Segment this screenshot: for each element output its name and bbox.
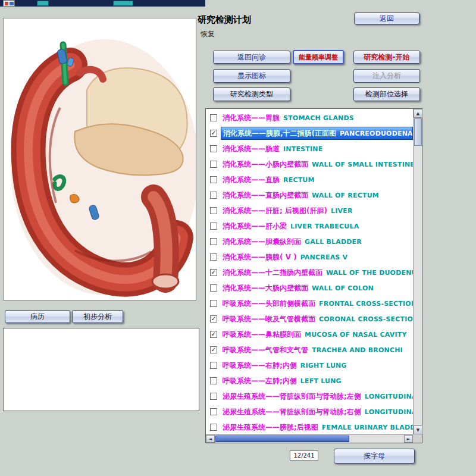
app-screen: 研究检测计划 恢复 返回 返回问诊 能量频率调整 研究检测-开始 显示图标 注入… <box>0 0 476 476</box>
list-item-label: 消化系统——肝脏; 后视图(肝胆)LIVER <box>221 204 413 217</box>
list-item[interactable]: 呼吸系统——右肺;内侧RIGHT LUNG <box>206 358 413 373</box>
back-button[interactable]: 返回 <box>354 12 419 24</box>
list-item-checkbox[interactable] <box>210 223 217 230</box>
list-item-checkbox[interactable] <box>210 284 217 292</box>
list-item-label: 泌尿生殖系统——膀胱;后视图FEMALE URINARY BLADDER; re… <box>221 421 413 434</box>
list-item-english-text: LEFT LUNG <box>300 377 342 385</box>
list-item[interactable]: 呼吸系统——左肺;内侧LEFT LUNG <box>206 373 413 389</box>
list-item-chinese-text: 消化系统——大肠内壁截面 <box>223 283 308 293</box>
vertical-scroll-thumb[interactable] <box>414 118 422 146</box>
list-item-english-text: PANCREODUODENAL ZONE; front v <box>340 130 413 137</box>
list-item-checkbox[interactable] <box>210 408 217 415</box>
list-item-checkbox[interactable]: ✓ <box>210 130 217 137</box>
list-item-chinese-text: 消化系统——胰腺( V ) <box>223 252 297 262</box>
list-item-label: 消化系统——胆囊纵剖面GALL BLADDER <box>221 235 413 248</box>
list-item-english-text: PANCREAS V <box>300 253 348 261</box>
list-item[interactable]: 消化系统——肝小梁LIVER TRABECULA <box>206 218 413 234</box>
list-item[interactable]: ✓消化系统——十二指肠内壁截面WALL OF THE DUODENUM <box>206 265 413 280</box>
scroll-down-icon[interactable]: ▼ <box>414 425 422 434</box>
list-item-checkbox[interactable] <box>210 238 217 245</box>
list-item-english-text: STOMACH GLANDS <box>283 114 354 122</box>
list-item-label: 消化系统——肠道INTESTINE <box>221 142 413 155</box>
back-inquiry-button[interactable]: 返回问诊 <box>213 51 290 64</box>
list-item[interactable]: 消化系统——胰腺( V )PANCREAS V <box>206 249 413 265</box>
page-title: 研究检测计划 <box>198 14 251 26</box>
scroll-up-icon[interactable]: ▲ <box>414 109 422 118</box>
list-item-checkbox[interactable] <box>210 207 217 214</box>
list-item[interactable]: 消化系统——大肠内壁截面WALL OF COLON <box>206 280 413 296</box>
research-type-button[interactable]: 研究检测类型 <box>213 87 290 101</box>
list-item-checkbox[interactable] <box>210 161 217 168</box>
list-item-label: 消化系统——胰腺,十二指肠(正面图PANCREODUODENAL ZONE; f… <box>221 127 413 140</box>
alphabet-button[interactable]: 按字母 <box>334 449 415 464</box>
list-item-checkbox[interactable]: ✓ <box>210 315 217 322</box>
list-item-english-text: MUCOSA OF NASAL CAVITY <box>305 331 407 339</box>
list-item[interactable]: 消化系统——直肠内壁截面WALL OF RECTUM <box>206 187 413 203</box>
list-item-chinese-text: 消化系统——肝小梁 <box>223 221 287 231</box>
list-item-chinese-text: 消化系统——直肠 <box>223 175 280 185</box>
toolbar-teal-icon <box>37 1 49 6</box>
anatomy-image-panel <box>3 18 196 300</box>
list-item-english-text: LONGITUDINAL SECTION O <box>365 408 413 416</box>
vertical-scrollbar[interactable]: ▲ ▼ <box>413 109 422 434</box>
list-item[interactable]: ✓呼吸系统——喉及气管横截面CORONAL CROSS-SECTION OF L… <box>206 311 413 327</box>
list-item[interactable]: 泌尿生殖系统——肾脏纵剖面与肾动脉;右侧LONGITUDINAL SECTION… <box>206 404 413 419</box>
list-item[interactable]: 呼吸系统——头部前侧横截面FRONTAL CROSS-SECTION OF HE… <box>206 296 413 311</box>
list-item-english-text: FRONTAL CROSS-SECTION OF HEAD <box>319 300 413 308</box>
list-item-label: 呼吸系统——鼻粘膜剖面MUCOSA OF NASAL CAVITY <box>221 328 413 341</box>
list-item-checkbox[interactable] <box>210 393 217 400</box>
list-item-chinese-text: 泌尿生殖系统——肾脏纵剖面与肾动脉;右侧 <box>223 407 361 417</box>
list-item[interactable]: ✓消化系统——胰腺,十二指肠(正面图PANCREODUODENAL ZONE; … <box>206 126 413 141</box>
list-item-chinese-text: 消化系统——肠道 <box>223 144 280 154</box>
horizontal-scroll-thumb[interactable] <box>215 436 349 442</box>
list-item-chinese-text: 泌尿生殖系统——肾脏纵剖面与肾动脉;左侧 <box>223 392 361 402</box>
list-item-checkbox[interactable] <box>210 145 217 152</box>
top-toolbar <box>0 0 205 7</box>
list-item-checkbox[interactable]: ✓ <box>210 346 217 353</box>
energy-frequency-button[interactable]: 能量频率调整 <box>293 50 344 64</box>
notes-area[interactable] <box>3 328 199 411</box>
list-item[interactable]: 消化系统——肠道INTESTINE <box>206 141 413 156</box>
list-item[interactable]: 消化系统——胆囊纵剖面GALL BLADDER <box>206 234 413 249</box>
list-item-label: 消化系统——大肠内壁截面WALL OF COLON <box>221 281 413 295</box>
list-item-checkbox[interactable] <box>210 176 217 183</box>
list-item-english-text: FEMALE URINARY BLADDER; rear view <box>322 424 413 431</box>
list-item-checkbox[interactable] <box>210 192 217 199</box>
list-item-checkbox[interactable] <box>210 377 217 384</box>
list-item[interactable]: 泌尿生殖系统——膀胱;后视图FEMALE URINARY BLADDER; re… <box>206 419 413 434</box>
part-select-button[interactable]: 检测部位选择 <box>353 87 420 101</box>
list-item[interactable]: ✓呼吸系统——鼻粘膜剖面MUCOSA OF NASAL CAVITY <box>206 327 413 342</box>
list-item-english-text: WALL OF COLON <box>312 284 374 292</box>
research-start-button[interactable]: 研究检测-开始 <box>353 51 420 64</box>
toolbar-teal-icon-2 <box>113 1 133 6</box>
list-item-label: 消化系统——胃腺STOMACH GLANDS <box>221 111 413 124</box>
list-item-checkbox[interactable]: ✓ <box>210 331 217 338</box>
scroll-left-icon[interactable]: ◄ <box>206 435 215 443</box>
list-item-chinese-text: 泌尿生殖系统——膀胱;后视图 <box>223 422 318 433</box>
list-item[interactable]: 消化系统——胃腺STOMACH GLANDS <box>206 110 413 126</box>
list-item[interactable]: ✓呼吸系统——气管和支气管TRACHEA AND BRONCHI <box>206 342 413 358</box>
list-item-label: 消化系统——小肠内壁截面WALL OF SMALL INTESTINE <box>221 158 413 171</box>
list-item-checkbox[interactable] <box>210 424 217 431</box>
preliminary-analysis-button[interactable]: 初步分析 <box>72 310 123 323</box>
list-item-checkbox[interactable]: ✓ <box>210 269 217 276</box>
medical-record-button[interactable]: 病历 <box>5 310 70 323</box>
list-item[interactable]: 消化系统——肝脏; 后视图(肝胆)LIVER <box>206 203 413 218</box>
list-item-chinese-text: 消化系统——胆囊纵剖面 <box>223 237 301 247</box>
list-item-checkbox[interactable] <box>210 300 217 307</box>
horizontal-scrollbar[interactable]: ◄ ► <box>206 434 413 443</box>
list-item-english-text: TRACHEA AND BRONCHI <box>312 346 403 354</box>
scroll-right-icon[interactable]: ► <box>404 435 413 443</box>
detection-listbox: 消化系统——胃腺STOMACH GLANDS✓消化系统——胰腺,十二指肠(正面图… <box>205 108 422 443</box>
show-icons-button[interactable]: 显示图标 <box>213 69 290 83</box>
inject-analysis-button[interactable]: 注入分析 <box>353 69 420 83</box>
list-item[interactable]: 泌尿生殖系统——肾脏纵剖面与肾动脉;左侧LONGITUDINAL SECTION… <box>206 389 413 404</box>
list-item-checkbox[interactable] <box>210 114 217 121</box>
list-item[interactable]: 消化系统——直肠RECTUM <box>206 172 413 187</box>
list-item-checkbox[interactable] <box>210 362 217 369</box>
list-item-chinese-text: 消化系统——胃腺 <box>223 113 280 123</box>
list-item-label: 消化系统——十二指肠内壁截面WALL OF THE DUODENUM <box>221 266 413 279</box>
list-item-checkbox[interactable] <box>210 253 217 261</box>
list-item-english-text: INTESTINE <box>283 145 322 153</box>
list-item[interactable]: 消化系统——小肠内壁截面WALL OF SMALL INTESTINE <box>206 156 413 172</box>
